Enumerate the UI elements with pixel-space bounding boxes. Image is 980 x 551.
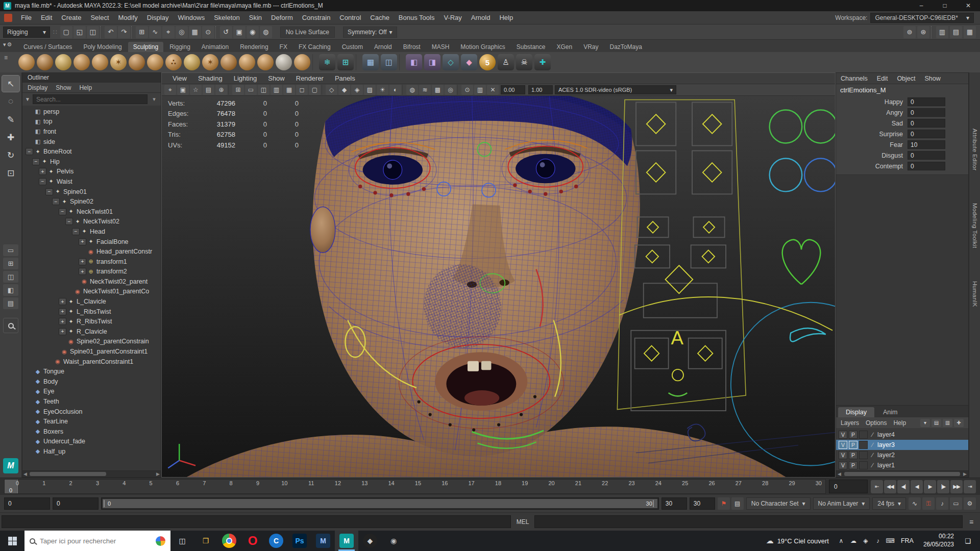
move-tool[interactable]: ✚	[2, 129, 19, 145]
expand-toggle-icon[interactable]	[26, 388, 33, 395]
lasso-tool[interactable]: ◌	[2, 93, 19, 110]
sculpt-imprint-icon[interactable]: ✶	[202, 54, 218, 70]
xray-icon[interactable]: ▥	[474, 85, 486, 95]
viewport-menu-item[interactable]: View	[167, 74, 192, 82]
gray-app-icon[interactable]: ◉	[382, 531, 405, 551]
gate-mask-icon[interactable]: ▥	[271, 85, 282, 95]
screen-space-ao-icon[interactable]: ◍	[406, 85, 418, 95]
new-layer-icon[interactable]: ✚	[954, 419, 964, 427]
shelf-tab[interactable]: Rigging	[164, 42, 195, 52]
motion-blur-icon[interactable]: ≋	[419, 85, 431, 95]
channel-attribute-row[interactable]: Fear 10	[836, 139, 968, 150]
go-to-end-button[interactable]: ⇥	[964, 480, 976, 493]
snap-to-point-icon[interactable]: ⌖	[162, 26, 175, 38]
channel-attribute-row[interactable]: Contempt 0	[836, 161, 968, 171]
sidebar-vertical-tab[interactable]: HumanIK	[972, 281, 978, 307]
sculpt-flatten-icon[interactable]	[129, 54, 145, 70]
menu-item[interactable]: Edit	[36, 14, 57, 21]
menu-item[interactable]: Deform	[266, 14, 298, 21]
expand-toggle-icon[interactable]	[26, 438, 33, 445]
shadows-icon[interactable]: ◐	[389, 85, 401, 95]
layer-row[interactable]: V P ∕ layer1	[836, 460, 968, 470]
blue-m-app-icon[interactable]: M	[311, 531, 335, 551]
outliner-item[interactable]: − ✦ Spine02	[22, 196, 161, 207]
pan-zoom-icon[interactable]: ⊕	[215, 85, 227, 95]
shelf-tab[interactable]: Animation	[197, 42, 234, 52]
paint-select-tool[interactable]: ✎	[2, 111, 19, 128]
exposure-field[interactable]: 0.00	[501, 85, 525, 94]
scroll-left-icon[interactable]: ◀	[23, 471, 27, 477]
current-time-field[interactable]: 0	[829, 480, 868, 493]
mannequin-icon[interactable]: ♙	[498, 54, 514, 70]
outliner-item[interactable]: − ✦ Head	[22, 227, 161, 237]
sidebar-vertical-tab[interactable]: Attribute Editor	[972, 129, 978, 170]
material-icon[interactable]: ◆	[461, 54, 477, 70]
viewport-menu-item[interactable]: Shading	[192, 74, 228, 82]
viewport-toolbar-icon[interactable]	[228, 85, 231, 95]
speaker-icon[interactable]: ♪	[936, 497, 948, 510]
expand-toggle-icon[interactable]: −	[32, 158, 40, 165]
expand-toggle-icon[interactable]: +	[59, 328, 66, 335]
photoshop-icon[interactable]: Ps	[288, 531, 311, 551]
expand-toggle-icon[interactable]: +	[79, 258, 86, 265]
animation-preferences-icon[interactable]: ⚙	[964, 497, 976, 510]
sidebar-toggle-icon[interactable]	[931, 26, 935, 38]
sculpt-wax-icon[interactable]	[220, 54, 237, 70]
outliner-item[interactable]: − ✦ Spine01	[22, 187, 161, 197]
layer-color-icon[interactable]: ∕	[869, 462, 876, 469]
outliner-item[interactable]: ◆ Undercut_fade	[22, 437, 161, 447]
channel-box-menu-item[interactable]: Object	[892, 75, 920, 82]
menu-item[interactable]: Display	[142, 14, 174, 21]
shelf-tab[interactable]: MASH	[427, 42, 455, 52]
expand-toggle-icon[interactable]	[26, 408, 33, 415]
outliner-item[interactable]: ◉ Waist_parentConstraint1	[22, 357, 161, 367]
channel-box-menu-item[interactable]: Show	[920, 75, 945, 82]
channel-attribute-row[interactable]: Surprise 0	[836, 129, 968, 139]
expand-toggle-icon[interactable]	[26, 378, 33, 385]
resolution-gate-icon[interactable]: ◫	[258, 85, 270, 95]
layer-playback-toggle[interactable]: P	[849, 431, 857, 439]
shelf-tab[interactable]: FX	[275, 42, 292, 52]
shelf-gear-icon[interactable]: ⚙	[7, 41, 12, 48]
layer-color-icon[interactable]: ∕	[869, 452, 876, 459]
sculpt-spray-icon[interactable]: ∴	[165, 54, 182, 70]
menu-item[interactable]: Create	[57, 14, 86, 21]
sculpt-scrape-icon[interactable]	[239, 54, 255, 70]
maya-taskbar-icon[interactable]: M	[335, 531, 358, 551]
layer-color-icon[interactable]: ∕	[869, 441, 876, 448]
expand-toggle-icon[interactable]	[65, 288, 73, 295]
outliner-search-input[interactable]	[33, 94, 148, 104]
animation-curve-icon[interactable]: ∿	[909, 497, 921, 510]
outliner-item[interactable]: ◆ Eye	[22, 387, 161, 397]
expand-toggle-icon[interactable]	[26, 398, 33, 405]
expand-toggle-icon[interactable]: +	[59, 318, 66, 325]
hidden-icons-chevron[interactable]: ∧	[835, 531, 847, 551]
sculpt-grab-icon[interactable]	[92, 54, 108, 70]
shelf-item[interactable]	[399, 54, 404, 70]
expand-toggle-icon[interactable]	[26, 368, 33, 375]
layer-options-icon[interactable]: ▾	[920, 419, 930, 427]
menu-item[interactable]: Help	[495, 14, 518, 21]
outliner-item[interactable]: + ✦ L_RibsTwist	[22, 307, 161, 317]
snap-to-projected-center-icon[interactable]: ◎	[176, 26, 188, 38]
bookmark-icon[interactable]: ⚑	[718, 497, 730, 510]
selected-object-name[interactable]: ctrlEmotions_M	[836, 84, 968, 96]
expand-toggle-icon[interactable]: +	[79, 238, 86, 245]
camera-settings-icon[interactable]: ▣	[177, 85, 189, 95]
menu-item[interactable]: Control	[335, 14, 365, 21]
expand-toggle-icon[interactable]	[59, 338, 66, 345]
workspace-selector[interactable]: General-DESKTOP-C96IEDB* ▾	[870, 13, 974, 23]
outliner-item[interactable]: − ✦ Waist	[22, 177, 161, 187]
snap-to-curve-icon[interactable]: ∿	[149, 26, 161, 38]
expand-toggle-icon[interactable]	[26, 118, 33, 125]
auto-key-icon[interactable]: ⚿	[922, 497, 935, 510]
taskbar-search[interactable]	[24, 531, 170, 551]
layer-playback-toggle[interactable]: P	[849, 441, 857, 449]
redo-icon[interactable]: ↷	[118, 26, 130, 38]
viewport-menu-item[interactable]: Show	[262, 74, 290, 82]
lights-icon[interactable]: ☀	[377, 85, 388, 95]
expand-toggle-icon[interactable]	[45, 358, 53, 365]
step-forward-key-button[interactable]: |▶	[937, 480, 949, 493]
lock-camera-icon[interactable]: ⌖	[164, 85, 176, 95]
layer-row[interactable]: V P ∕ layer4	[836, 430, 968, 440]
